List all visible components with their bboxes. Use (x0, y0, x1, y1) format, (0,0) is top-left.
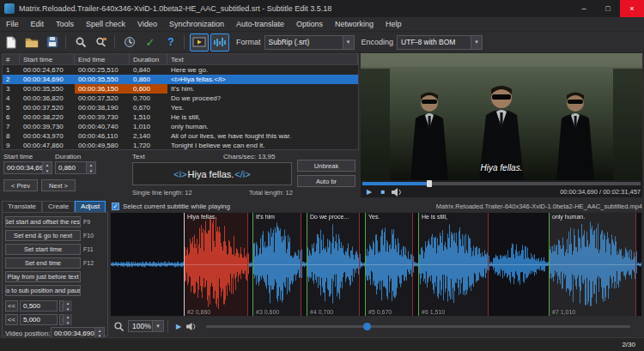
stepper-arrows[interactable]: ▴▾ (42, 162, 52, 173)
tab-adjust[interactable]: Adjust (75, 201, 106, 212)
stepper-arrows[interactable]: ▴▾ (63, 314, 72, 325)
toolbar-separator (167, 319, 168, 333)
table-row[interactable]: 1 00:00:24,670 00:00:25,510 0,840 Here w… (3, 65, 358, 75)
waveform-segment[interactable]: Hiya fellas. #2 0,860 (184, 213, 248, 316)
format-select[interactable]: SubRip (.srt) ▾ (264, 35, 355, 50)
arrow-down-icon[interactable]: ▾ (63, 306, 72, 312)
waveform-view[interactable]: Hiya fellas. #2 0,860 It's him #3 0,600 … (110, 212, 642, 317)
menu-help[interactable]: Help (380, 17, 408, 32)
cell-end-warning: 00:00:36,150 (75, 84, 130, 94)
find-button[interactable] (71, 33, 90, 51)
maximize-button[interactable]: □ (596, 0, 620, 17)
duration-stepper[interactable]: 0,860 ▴▾ (55, 161, 96, 174)
tab-translate[interactable]: Translate (2, 201, 42, 212)
waveform-zoom-select[interactable]: 100% ▾ (128, 320, 164, 332)
play-from-before-text-button[interactable]: Play from just before text (5, 271, 81, 282)
open-file-button[interactable] (22, 33, 41, 51)
nudge-small-value: 0,500 (23, 302, 40, 310)
toggle-waveform-button[interactable] (210, 33, 229, 51)
nudge-large-stepper[interactable]: 5,000 ▴▾ (20, 314, 58, 325)
go-to-sub-position-button[interactable]: Go to sub position and pause (5, 285, 81, 296)
column-duration[interactable]: Duration (130, 54, 167, 64)
rewind-button[interactable]: << (5, 300, 18, 312)
table-row[interactable]: 4 00:00:36,820 00:00:37,520 0,700 Do we … (3, 94, 358, 103)
segment-label: He is still, (422, 214, 447, 220)
next-button[interactable]: Next > (41, 179, 76, 191)
cell-number: 1 (3, 65, 20, 75)
table-row-selected[interactable]: 2 00:00:34,690 00:00:35,550 0,860 <i>Hiy… (3, 75, 358, 84)
arrow-down-icon[interactable]: ▾ (63, 320, 72, 326)
column-number[interactable]: # (3, 54, 20, 64)
set-start-offset-rest-button[interactable]: Set start and offset the rest (5, 216, 81, 227)
column-text[interactable]: Text (167, 54, 358, 64)
prev-button[interactable]: < Prev (3, 179, 38, 191)
waveform-segment[interactable]: It's him #3 0,600 (252, 213, 301, 316)
arrow-down-icon[interactable]: ▾ (42, 168, 52, 174)
chevron-down-icon: ▾ (152, 321, 163, 331)
waveform-segment[interactable]: only human. #7 1,010 (549, 213, 636, 316)
minimize-button[interactable]: – (572, 0, 596, 17)
subtitle-list: # Start time End time Duration Text 1 00… (2, 53, 359, 150)
table-row[interactable]: 5 00:00:37,520 00:00:38,190 0,670 Yes. (3, 103, 358, 112)
waveform-segment[interactable]: Do we proce... #4 0,700 (307, 213, 360, 316)
column-end-time[interactable]: End time (75, 54, 130, 64)
menu-synchronization[interactable]: Synchronization (163, 17, 230, 32)
cell-duration: 0,670 (130, 103, 167, 112)
video-frame[interactable] (361, 53, 642, 180)
table-row[interactable]: 3 00:00:35,550 00:00:36,150 0,600 It's h… (3, 84, 358, 94)
spell-check-button[interactable]: ✓ (141, 33, 160, 51)
start-time-stepper[interactable]: 00:00:34,690 ▴▾ (3, 161, 52, 174)
auto-br-button[interactable]: Auto br (297, 175, 355, 187)
subtitle-text-input[interactable]: <i>Hiya fellas.</i> (132, 162, 292, 185)
table-row[interactable]: 8 00:00:43,970 00:00:46,110 2,140 All of… (3, 131, 358, 141)
volume-icon[interactable] (390, 187, 404, 197)
tab-create[interactable]: Create (42, 201, 75, 212)
table-row[interactable]: 7 00:00:39,730 00:00:40,740 1,010 only h… (3, 122, 358, 131)
zoom-icon[interactable] (113, 321, 125, 332)
save-button[interactable] (43, 33, 62, 51)
video-seek-bar[interactable] (362, 182, 641, 185)
speaker-icon[interactable] (185, 322, 197, 331)
menu-spell-check[interactable]: Spell check (80, 17, 131, 32)
toggle-video-player-button[interactable] (190, 33, 209, 51)
menu-auto-translate[interactable]: Auto-translate (230, 17, 290, 32)
stepper-arrows[interactable]: ▴▾ (63, 300, 72, 312)
play-button[interactable]: ▶ (362, 187, 376, 197)
title-bar[interactable]: Matrix.Reloaded.Trailer-640x346-XviD-1.0… (0, 0, 644, 17)
menu-video[interactable]: Video (131, 17, 163, 32)
menu-edit[interactable]: Edit (25, 17, 51, 32)
adjust-panel: Translate Create Adjust Set start and of… (2, 201, 108, 336)
table-row[interactable]: 9 00:00:47,860 00:00:49,580 1,720 Tonigh… (3, 141, 358, 150)
nudge-small-stepper[interactable]: 0,500 ▴▾ (20, 300, 58, 312)
help-button[interactable]: ? (161, 33, 180, 51)
arrow-down-icon[interactable]: ▾ (86, 168, 95, 174)
menu-options[interactable]: Options (290, 17, 329, 32)
cell-start: 00:00:37,520 (20, 103, 75, 112)
encoding-select[interactable]: UTF-8 with BOM ▾ (397, 35, 483, 50)
stop-button[interactable]: ■ (376, 187, 390, 197)
column-start-time[interactable]: Start time (20, 54, 75, 64)
slider-thumb[interactable] (363, 323, 371, 330)
unbreak-button[interactable]: Unbreak (297, 160, 355, 172)
waveform-play-button[interactable]: ▶ (172, 321, 185, 331)
cell-end: 00:00:25,510 (75, 65, 130, 75)
menu-tools[interactable]: Tools (50, 17, 80, 32)
menu-networking[interactable]: Networking (329, 17, 380, 32)
waveform-segment[interactable]: Yes. #5 0,670 (365, 213, 413, 316)
close-button[interactable]: × (620, 0, 644, 17)
stepper-arrows[interactable]: ▴▾ (86, 162, 95, 173)
checkbox-select-current[interactable]: ✓ (112, 203, 119, 210)
set-end-go-next-button[interactable]: Set end & go to next (5, 230, 81, 241)
waveform-segment[interactable]: He is still, #6 1,510 (418, 213, 489, 316)
replace-button[interactable] (92, 33, 111, 51)
list-header: # Start time End time Duration Text (3, 54, 358, 65)
table-row[interactable]: 6 00:00:38,220 00:00:39,730 1,510 He is … (3, 112, 358, 122)
waveform-position-slider[interactable] (206, 325, 630, 328)
menu-file[interactable]: File (0, 17, 25, 32)
new-file-button[interactable] (2, 33, 21, 51)
replace-icon (95, 36, 107, 48)
set-end-time-button[interactable]: Set end time (5, 257, 81, 269)
set-start-time-button[interactable]: Set start time (5, 244, 81, 255)
rewind-large-button[interactable]: << (5, 314, 18, 325)
visual-sync-button[interactable] (120, 33, 139, 51)
